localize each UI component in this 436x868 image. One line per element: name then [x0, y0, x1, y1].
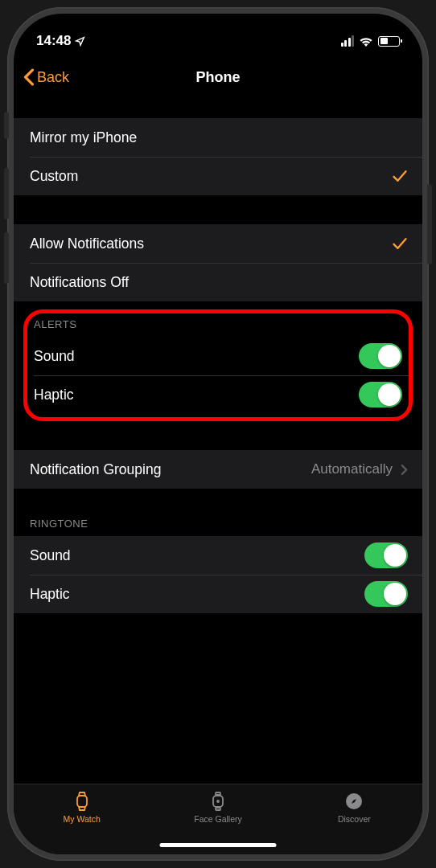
home-indicator[interactable] — [160, 843, 277, 847]
back-label: Back — [37, 69, 69, 86]
watch-icon — [72, 791, 93, 812]
ringtone-sound-row: Sound — [14, 536, 422, 575]
tab-bar: My Watch Face Gallery — [14, 784, 422, 854]
tab-gallery-label: Face Gallery — [194, 814, 242, 824]
ringtone-sound-toggle[interactable] — [364, 542, 408, 568]
mirror-row[interactable]: Mirror my iPhone — [14, 118, 422, 157]
custom-label: Custom — [30, 168, 78, 185]
page-title: Phone — [195, 69, 240, 86]
notifications-group: Allow Notifications Notifications Off — [14, 224, 422, 301]
alerts-haptic-label: Haptic — [34, 387, 74, 403]
custom-row[interactable]: Custom — [14, 157, 422, 195]
grouping-label: Notification Grouping — [30, 461, 161, 478]
nav-bar: Back Phone — [14, 57, 422, 97]
tab-discover-label: Discover — [338, 814, 371, 824]
back-button[interactable]: Back — [23, 68, 69, 86]
cellular-icon — [341, 35, 355, 47]
content: Mirror my iPhone Custom Al — [14, 118, 422, 613]
battery-icon — [378, 36, 400, 47]
check-icon — [392, 236, 408, 251]
ringtone-haptic-label: Haptic — [30, 586, 70, 603]
grouping-value: Automatically — [311, 461, 393, 477]
chevron-right-icon — [401, 464, 408, 476]
screen: 14:48 Ba — [14, 14, 422, 854]
power-button — [427, 184, 432, 264]
notification-grouping-row[interactable]: Notification Grouping Automatically — [14, 450, 422, 489]
allow-label: Allow Notifications — [30, 235, 144, 252]
allow-notifications-row[interactable]: Allow Notifications — [14, 224, 422, 263]
tab-watch-label: My Watch — [64, 814, 101, 824]
mirror-label: Mirror my iPhone — [30, 129, 137, 146]
compass-icon — [343, 791, 364, 812]
alerts-sound-label: Sound — [34, 348, 75, 365]
svg-rect-0 — [77, 796, 87, 807]
alerts-haptic-toggle[interactable] — [359, 382, 402, 407]
alerts-sound-toggle[interactable] — [359, 343, 402, 369]
ringtone-sound-label: Sound — [30, 547, 71, 564]
location-icon — [75, 36, 85, 47]
check-icon — [392, 169, 408, 183]
alerts-sound-row: Sound — [27, 337, 409, 375]
tab-discover[interactable]: Discover — [306, 791, 402, 854]
svg-rect-2 — [216, 792, 220, 795]
mute-switch — [4, 112, 9, 139]
gallery-icon — [208, 791, 228, 812]
clock: 14:48 — [36, 33, 71, 49]
phone-frame: 14:48 Ba — [7, 7, 429, 861]
ringtone-haptic-row: Haptic — [14, 575, 422, 613]
wifi-icon — [359, 36, 373, 47]
grouping-group: Notification Grouping Automatically — [14, 450, 422, 489]
chevron-left-icon — [23, 68, 35, 86]
mirror-group: Mirror my iPhone Custom — [14, 118, 422, 195]
volume-down — [4, 232, 9, 284]
volume-up — [4, 168, 9, 219]
svg-point-4 — [217, 800, 219, 802]
ringtone-haptic-toggle[interactable] — [364, 581, 408, 607]
ringtone-header: RINGTONE — [14, 518, 422, 536]
alerts-highlight: ALERTS Sound Haptic — [23, 309, 413, 421]
ringtone-group: RINGTONE Sound Haptic — [14, 518, 422, 613]
tab-my-watch[interactable]: My Watch — [34, 791, 130, 854]
alerts-haptic-row: Haptic — [27, 375, 409, 414]
notifications-off-label: Notifications Off — [30, 274, 129, 291]
notch — [130, 14, 306, 41]
svg-rect-3 — [216, 808, 220, 810]
notifications-off-row[interactable]: Notifications Off — [14, 263, 422, 301]
alerts-header: ALERTS — [27, 318, 409, 337]
